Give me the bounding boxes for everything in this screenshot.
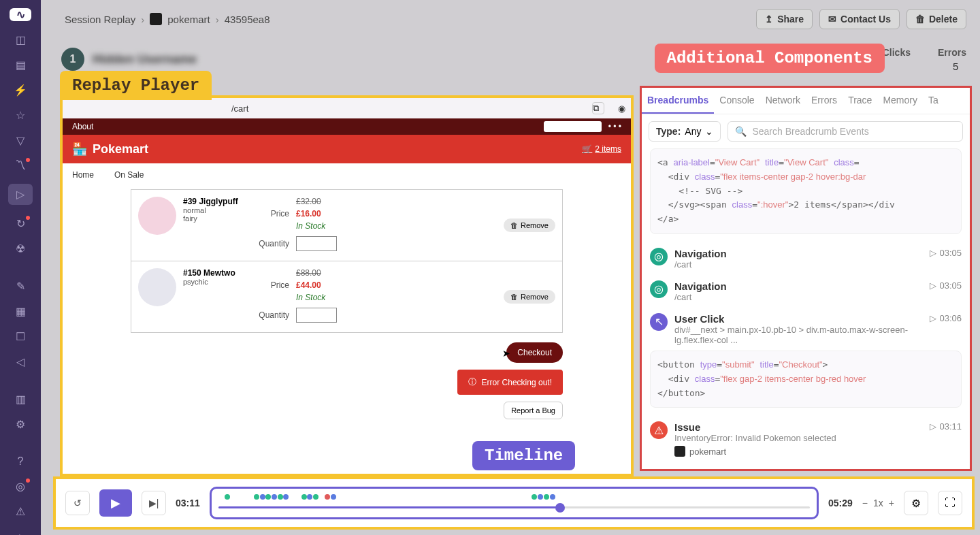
timeline[interactable]	[210, 487, 819, 519]
play-button[interactable]: ▶	[99, 489, 132, 517]
settings-button[interactable]: ⚙	[904, 491, 928, 515]
total-time: 05:29	[828, 498, 853, 508]
shop-logo-icon: 🏪	[72, 142, 87, 157]
project-icon	[150, 13, 162, 25]
callout-timeline: Timeline	[472, 441, 575, 470]
type-filter[interactable]: Type: Any ⌄	[649, 121, 721, 142]
nav-icon-pin[interactable]: ✎	[12, 280, 29, 293]
fullscreen-button[interactable]: ⛶	[938, 491, 962, 515]
quantity-input[interactable]	[296, 308, 337, 323]
remove-button[interactable]: 🗑Remove	[504, 218, 555, 232]
tab-trace[interactable]: Trace	[843, 88, 877, 114]
breadcrumb-id: 43595ea8	[225, 14, 270, 25]
breadcrumb-event[interactable]: ◎ Navigation/cart ▷03:05	[650, 242, 962, 275]
search-input[interactable]: 🔍Search Breadcrumb Events	[728, 121, 963, 142]
errors-stat: Errors 5	[938, 47, 966, 72]
breadcrumb-event[interactable]: ◎ Navigation/cart ▷03:05	[650, 275, 962, 308]
nav-icon-star[interactable]: ☆	[12, 109, 29, 122]
tab-errors[interactable]: Errors	[806, 88, 843, 114]
nav-sale[interactable]: On Sale	[114, 170, 144, 180]
contact-button[interactable]: ✉Contact Us	[819, 9, 900, 29]
tab-console[interactable]: Console	[714, 88, 760, 114]
tab-network[interactable]: Network	[760, 88, 806, 114]
issue-icon: ⚠	[650, 421, 668, 439]
chat-icon: ✉	[828, 14, 836, 25]
replay-player: /cart ⧉ ◉ About • • • 🏪Pokemart 🛒2 items…	[60, 95, 634, 476]
gear-icon: ⚙	[911, 497, 921, 510]
shop-about-link[interactable]: About	[72, 122, 93, 131]
nav-icon-help[interactable]: ?	[12, 455, 29, 468]
zoom-control: − 1x +	[862, 498, 894, 508]
nav-icon-alerts[interactable]: ⚡	[12, 84, 29, 97]
nav-icon-stats[interactable]: ▥	[12, 393, 29, 406]
zoom-in-button[interactable]: +	[889, 498, 894, 508]
navigation-icon: ◎	[650, 248, 668, 265]
sidebar: ∿ ◫ ▤ ⚡ ☆ ▽ 〽 ▷ ↻ ☢ ✎ ▦ ☐ ◁ ▥ ⚙ ? ◎ ⚠ ›	[0, 0, 41, 535]
callout-replay-player: Replay Player	[60, 71, 212, 100]
play-icon: ▷	[930, 313, 936, 323]
tab-memory[interactable]: Memory	[877, 88, 923, 114]
copy-icon[interactable]: ⧉	[592, 102, 604, 114]
cart-icon: 🛒	[582, 144, 592, 154]
code-snippet: <a aria-label="View Cart" title="View Ca…	[650, 148, 962, 234]
chrome-icon: ◉	[618, 103, 625, 114]
cart-table: #39 Jigglypuff normal fairy £32.00 Price…	[131, 189, 563, 333]
tab-breadcrumbs[interactable]: Breadcrumbs	[642, 88, 714, 114]
cart-row: #39 Jigglypuff normal fairy £32.00 Price…	[131, 190, 562, 261]
navigation-icon: ◎	[650, 280, 668, 298]
nav-icon-warning[interactable]: ⚠	[12, 505, 29, 518]
scrub-handle[interactable]	[555, 503, 565, 513]
nav-icon-history[interactable]: ↻	[12, 217, 29, 230]
menu-dots-icon[interactable]: • • •	[608, 122, 621, 131]
nav-icon-announce[interactable]: ◁	[12, 355, 29, 368]
topbar: Session Replay › pokemart › 43595ea8 ↥Sh…	[51, 0, 980, 38]
nav-icon-broadcast[interactable]: ◎	[12, 480, 29, 493]
nav-icon-dashboards[interactable]: ▤	[12, 59, 29, 71]
play-icon: ▷	[930, 280, 936, 291]
project-icon	[674, 446, 685, 457]
share-button[interactable]: ↥Share	[756, 9, 813, 29]
shop-brand: Pokemart	[93, 142, 148, 157]
zoom-out-button[interactable]: −	[862, 498, 868, 508]
tab-tags[interactable]: Ta	[923, 88, 944, 114]
checkout-button[interactable]: ➤ Checkout	[506, 342, 563, 363]
nav-icon-funnel[interactable]: ▽	[12, 134, 29, 147]
share-icon: ↥	[765, 14, 773, 25]
breadcrumb: Session Replay › pokemart › 43595ea8	[65, 13, 270, 25]
sentry-logo[interactable]: ∿	[10, 8, 31, 21]
play-icon: ▷	[930, 421, 936, 432]
scrub-track[interactable]	[218, 506, 810, 508]
trash-icon: 🗑	[510, 221, 518, 229]
breadcrumb-event[interactable]: ⚠ Issue InventoryError: Invalid Pokemon …	[650, 416, 962, 462]
nav-home[interactable]: Home	[72, 170, 94, 180]
quantity-input[interactable]	[296, 236, 337, 251]
rewind-button[interactable]: ↺	[65, 491, 90, 515]
callout-additional: Additional Components	[655, 44, 885, 73]
delete-button[interactable]: 🗑Delete	[906, 9, 966, 29]
product-image	[138, 197, 176, 235]
nav-icon-expand[interactable]: ›	[12, 530, 29, 535]
rewind-icon: ↺	[74, 498, 82, 508]
breadcrumb-root[interactable]: Session Replay	[65, 14, 135, 25]
play-icon: ▷	[930, 248, 936, 258]
additional-components-panel: Breadcrumbs Console Network Errors Trace…	[640, 86, 972, 471]
chevron-right-icon: ›	[141, 14, 144, 25]
error-banner: ⓘError Checking out!	[457, 370, 563, 395]
nav-icon-projects[interactable]: ◫	[12, 33, 29, 46]
nav-icon-grid[interactable]: ▦	[12, 305, 29, 318]
chevron-right-icon: ›	[216, 14, 219, 25]
nav-icon-settings[interactable]: ⚙	[12, 418, 29, 431]
remove-button[interactable]: 🗑Remove	[504, 290, 555, 304]
cart-link[interactable]: 🛒2 items	[582, 144, 621, 154]
nav-icon-replay[interactable]: ▷	[8, 184, 33, 205]
nav-icon-box[interactable]: ☐	[12, 330, 29, 343]
skip-button[interactable]: ▶|	[142, 491, 166, 515]
addressbar: /cart ⧉ ◉	[63, 98, 631, 118]
report-bug-button[interactable]: Report a Bug	[504, 402, 563, 419]
product-image	[138, 268, 176, 306]
trash-icon: 🗑	[510, 293, 518, 301]
breadcrumb-event[interactable]: ↖ User Clickdiv#__next > main.px-10.pb-1…	[650, 308, 962, 351]
nav-icon-bug[interactable]: ☢	[12, 242, 29, 255]
breadcrumb-project[interactable]: pokemart	[167, 14, 210, 25]
nav-icon-perf[interactable]: 〽	[12, 159, 29, 172]
